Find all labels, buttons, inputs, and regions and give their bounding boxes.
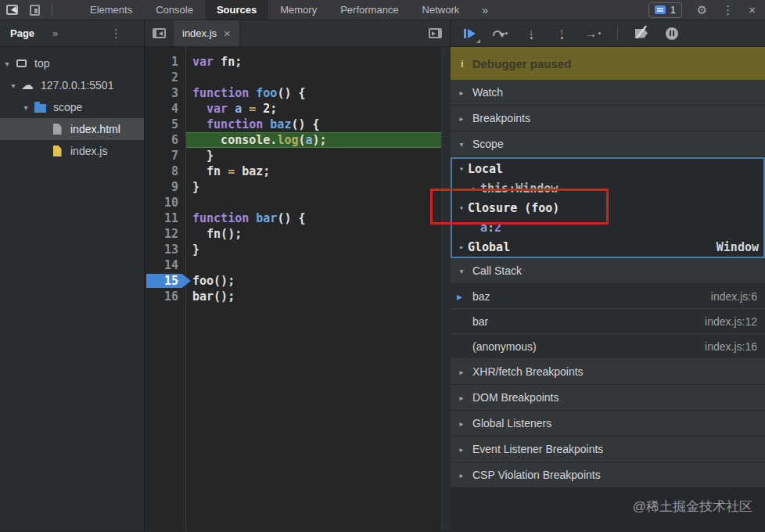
code-text[interactable]: function foo() { bbox=[185, 85, 441, 101]
section-event-listener-breakpoints[interactable]: ▸Event Listener Breakpoints bbox=[451, 437, 765, 462]
expander-icon[interactable]: ▸ bbox=[455, 243, 468, 251]
step-over-icon[interactable] bbox=[493, 26, 508, 41]
code-text[interactable]: fn(); bbox=[185, 226, 441, 242]
step-out-icon[interactable]: ↑ bbox=[555, 26, 569, 41]
gutter-line-number[interactable]: 3 bbox=[145, 85, 185, 101]
navigator-tab-page[interactable]: Page bbox=[0, 27, 45, 39]
show-debugger-panel-icon[interactable] bbox=[429, 28, 442, 38]
code-text[interactable]: var a = 2; bbox=[185, 101, 441, 117]
editor-scrollbar[interactable] bbox=[441, 47, 451, 530]
chevron-right-icon[interactable]: ▸ bbox=[457, 394, 466, 402]
expander-icon[interactable]: ▾ bbox=[455, 203, 468, 212]
code-text[interactable]: function bar() { bbox=[185, 210, 441, 226]
chevron-right-icon[interactable]: ▸ bbox=[457, 368, 466, 376]
expander-icon[interactable]: ▾ bbox=[8, 81, 19, 90]
tab-network[interactable]: Network bbox=[411, 0, 472, 20]
tab-close-icon[interactable]: × bbox=[224, 27, 231, 40]
expander-icon[interactable]: ▾ bbox=[2, 59, 13, 68]
gutter-line-number[interactable]: 13 bbox=[145, 242, 185, 257]
code-text[interactable]: } bbox=[185, 148, 441, 164]
more-panels-chevron[interactable]: » bbox=[471, 4, 499, 16]
tree-item-scope[interactable]: ▾scope bbox=[0, 96, 144, 118]
code-text[interactable]: } bbox=[185, 242, 441, 257]
gutter-line-number[interactable]: 6 bbox=[145, 132, 185, 148]
step-icon[interactable]: → bbox=[585, 26, 601, 41]
issues-badge[interactable]: 1 bbox=[648, 2, 682, 18]
gutter-line-number[interactable]: 4 bbox=[145, 101, 185, 117]
close-devtools-icon[interactable]: × bbox=[749, 4, 756, 16]
tab-performance[interactable]: Performance bbox=[329, 0, 410, 20]
scope-name: Closure (foo) bbox=[468, 201, 559, 215]
code-text[interactable] bbox=[185, 257, 441, 273]
scope-row-global[interactable]: ▸GlobalWindow bbox=[452, 237, 763, 257]
scope-row-a[interactable]: a: 2 bbox=[452, 217, 763, 237]
tab-sources[interactable]: Sources bbox=[205, 0, 268, 20]
code-text[interactable]: console.log(a); bbox=[185, 132, 441, 148]
section-watch[interactable]: ▸Watch bbox=[451, 80, 765, 106]
navigator-menu-dots-icon[interactable]: ⋮ bbox=[110, 27, 122, 41]
section-scope[interactable]: ▾ Scope bbox=[451, 131, 765, 157]
expander-icon[interactable]: ▸ bbox=[468, 184, 480, 192]
tree-item-top[interactable]: ▾top bbox=[0, 52, 144, 74]
inspect-element-icon[interactable] bbox=[6, 5, 18, 15]
code-text[interactable]: function baz() { bbox=[185, 117, 441, 132]
deactivate-breakpoints-icon[interactable] bbox=[634, 26, 648, 41]
gutter-line-number[interactable]: 15 bbox=[145, 273, 185, 289]
code-text[interactable]: bar(); bbox=[185, 289, 441, 304]
code-text[interactable]: fn = baz; bbox=[185, 164, 441, 179]
gutter-line-number[interactable]: 1 bbox=[145, 54, 185, 70]
section-breakpoints[interactable]: ▸Breakpoints bbox=[451, 106, 765, 131]
gutter-line-number[interactable]: 16 bbox=[145, 289, 185, 304]
tab-elements[interactable]: Elements bbox=[78, 0, 144, 20]
tree-item-index-js[interactable]: index.js bbox=[0, 140, 144, 162]
chevron-right-icon[interactable]: ▸ bbox=[457, 88, 466, 97]
code-editor[interactable]: 1var fn;23function foo() {4 var a = 2;5 … bbox=[145, 47, 451, 530]
editor-tab-indexjs[interactable]: index.js × bbox=[174, 20, 240, 46]
gutter-line-number[interactable]: 5 bbox=[145, 117, 185, 132]
gutter-line-number[interactable]: 11 bbox=[145, 210, 185, 226]
section-xhr-fetch-breakpoints[interactable]: ▸XHR/fetch Breakpoints bbox=[451, 359, 765, 385]
gutter-line-number[interactable]: 12 bbox=[145, 226, 185, 242]
gutter-line-number[interactable]: 10 bbox=[145, 195, 185, 210]
device-toolbar-icon[interactable] bbox=[30, 5, 40, 16]
pause-on-exceptions-icon[interactable] bbox=[665, 26, 679, 41]
gutter-line-number[interactable]: 14 bbox=[145, 257, 185, 273]
chevron-right-icon[interactable]: ▸ bbox=[457, 419, 466, 428]
chevron-right-icon[interactable]: ▸ bbox=[457, 114, 466, 123]
chevron-right-icon[interactable]: ▸ bbox=[457, 445, 466, 454]
chevron-down-icon[interactable]: ▾ bbox=[457, 140, 466, 149]
section-dom-breakpoints[interactable]: ▸DOM Breakpoints bbox=[451, 385, 765, 411]
gutter-line-number[interactable]: 2 bbox=[145, 70, 185, 85]
tab-console[interactable]: Console bbox=[144, 0, 205, 20]
gutter-line-number[interactable]: 9 bbox=[145, 179, 185, 195]
section-global-listeners[interactable]: ▸Global Listeners bbox=[451, 411, 765, 437]
step-into-icon[interactable]: ↓ bbox=[524, 26, 538, 41]
resume-script-icon[interactable] bbox=[462, 26, 476, 41]
code-text[interactable] bbox=[185, 195, 441, 210]
code-text[interactable]: var fn; bbox=[185, 54, 441, 70]
menu-dots-icon[interactable]: ⋮ bbox=[722, 4, 734, 16]
callstack-anonymous[interactable]: (anonymous)index.js:16 bbox=[451, 334, 765, 359]
gutter-line-number[interactable]: 7 bbox=[145, 148, 185, 164]
chevron-right-icon[interactable]: ▸ bbox=[457, 471, 466, 480]
tab-memory[interactable]: Memory bbox=[268, 0, 329, 20]
callstack-baz[interactable]: ▸bazindex.js:6 bbox=[451, 284, 765, 309]
section-csp-violation-breakpoints[interactable]: ▸CSP Violation Breakpoints bbox=[451, 462, 765, 488]
navigator-more-tabs[interactable]: » bbox=[45, 27, 66, 39]
hide-navigator-icon[interactable] bbox=[153, 28, 166, 38]
expander-icon[interactable]: ▾ bbox=[20, 103, 31, 112]
tree-item-index-html[interactable]: index.html bbox=[0, 118, 144, 140]
callstack-bar[interactable]: barindex.js:12 bbox=[451, 309, 765, 334]
code-text[interactable]: } bbox=[185, 179, 441, 195]
section-call-stack[interactable]: ▾ Call Stack bbox=[451, 258, 765, 284]
scope-row-local[interactable]: ▾Local bbox=[452, 159, 763, 178]
code-text[interactable] bbox=[185, 70, 441, 85]
gutter-line-number[interactable]: 8 bbox=[145, 164, 185, 179]
expander-icon[interactable]: ▾ bbox=[455, 164, 468, 173]
code-text[interactable]: foo(); bbox=[185, 273, 441, 289]
settings-gear-icon[interactable]: ⚙ bbox=[697, 4, 707, 16]
scope-row-this[interactable]: ▸this: Window bbox=[452, 178, 763, 198]
tree-item-127-0-0-1-5501[interactable]: ▾☁127.0.0.1:5501 bbox=[0, 74, 144, 96]
chevron-down-icon[interactable]: ▾ bbox=[457, 267, 466, 275]
scope-row-closure-foo[interactable]: ▾Closure (foo) bbox=[452, 198, 763, 217]
